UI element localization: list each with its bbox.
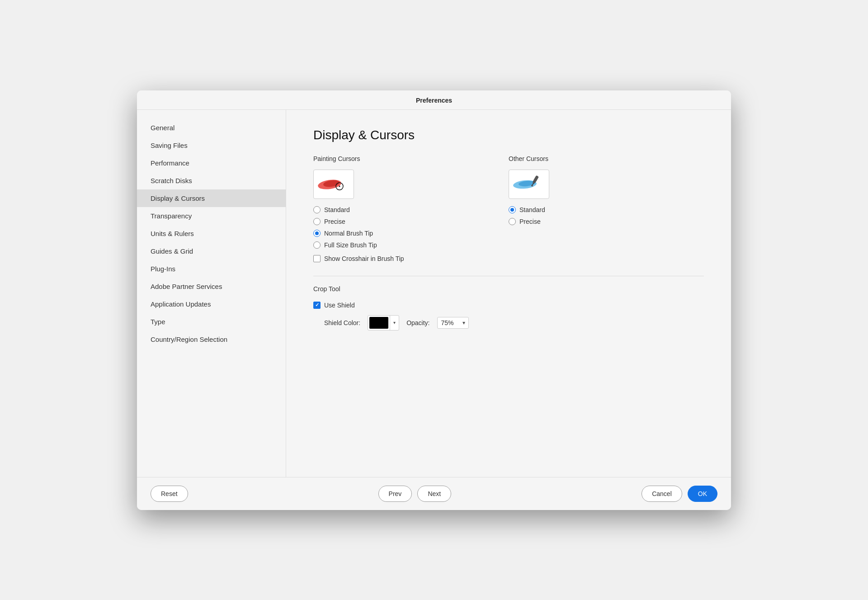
radio-circle-other-standard — [509, 206, 516, 213]
shield-color-label: Shield Color: — [324, 319, 360, 326]
title-bar: Preferences — [137, 90, 731, 110]
main-content: Display & Cursors Painting Cursors — [286, 110, 731, 477]
checkbox-crosshair-box — [313, 255, 321, 262]
radio-normal-brush-tip-label: Normal Brush Tip — [324, 230, 373, 237]
opacity-select[interactable]: 25% 50% 75% 100% — [437, 317, 469, 329]
radio-precise[interactable]: Precise — [313, 218, 509, 225]
sidebar-item-application-updates[interactable]: Application Updates — [137, 295, 286, 313]
radio-circle-other-precise — [509, 218, 516, 225]
reset-button[interactable]: Reset — [151, 486, 188, 502]
painting-cursors-options: Standard Precise Normal Brush Tip F — [313, 206, 509, 262]
opacity-label: Opacity: — [406, 319, 429, 326]
radio-other-precise[interactable]: Precise — [509, 218, 704, 225]
opacity-select-wrapper: 25% 50% 75% 100% — [437, 317, 469, 329]
radio-other-standard[interactable]: Standard — [509, 206, 704, 213]
painting-cursor-preview — [313, 170, 354, 199]
dialog-body: GeneralSaving FilesPerformanceScratch Di… — [137, 110, 731, 477]
sidebar-item-saving-files[interactable]: Saving Files — [137, 137, 286, 154]
sidebar-item-adobe-partner-services[interactable]: Adobe Partner Services — [137, 278, 286, 295]
footer-center: Prev Next — [378, 486, 452, 502]
sidebar-item-units-rulers[interactable]: Units & Rulers — [137, 225, 286, 242]
footer: Reset Prev Next Cancel OK — [137, 477, 731, 510]
painting-cursors-label: Painting Cursors — [313, 155, 509, 162]
checkbox-crosshair-label: Show Crosshair in Brush Tip — [324, 255, 404, 262]
chevron-down-icon: ▾ — [390, 316, 399, 330]
cancel-button[interactable]: Cancel — [642, 486, 682, 502]
radio-full-size-brush-tip-label: Full Size Brush Tip — [324, 241, 377, 249]
footer-left: Reset — [151, 486, 188, 502]
radio-precise-label: Precise — [324, 218, 345, 225]
footer-right: Cancel OK — [642, 486, 717, 502]
crop-tool-section: Crop Tool Use Shield Shield Color: ▾ Opa… — [313, 276, 704, 331]
shield-color-picker[interactable]: ▾ — [368, 315, 399, 331]
radio-circle-normal-brush-tip — [313, 230, 321, 237]
sidebar: GeneralSaving FilesPerformanceScratch Di… — [137, 110, 286, 477]
radio-other-precise-label: Precise — [519, 218, 541, 225]
radio-circle-precise — [313, 218, 321, 225]
prev-button[interactable]: Prev — [378, 486, 412, 502]
sidebar-item-general[interactable]: General — [137, 119, 286, 137]
page-title: Display & Cursors — [313, 128, 704, 142]
other-cursors-label: Other Cursors — [509, 155, 704, 162]
next-button[interactable]: Next — [417, 486, 451, 502]
radio-circle-full-size-brush-tip — [313, 241, 321, 249]
use-shield-row: Use Shield — [313, 300, 704, 309]
sidebar-item-display-cursors[interactable]: Display & Cursors — [137, 189, 286, 207]
radio-standard[interactable]: Standard — [313, 206, 509, 213]
radio-standard-label: Standard — [324, 206, 350, 213]
preferences-dialog: Preferences GeneralSaving FilesPerforman… — [137, 90, 731, 510]
radio-circle-standard — [313, 206, 321, 213]
painting-cursors-section: Painting Cursors — [313, 155, 509, 262]
checkbox-use-shield-box — [313, 302, 321, 309]
sidebar-item-guides-grid[interactable]: Guides & Grid — [137, 242, 286, 260]
checkbox-use-shield-label: Use Shield — [324, 302, 355, 309]
radio-normal-brush-tip[interactable]: Normal Brush Tip — [313, 230, 509, 237]
painting-cursor-svg — [316, 173, 351, 195]
other-cursors-options: Standard Precise — [509, 206, 704, 225]
radio-full-size-brush-tip[interactable]: Full Size Brush Tip — [313, 241, 509, 249]
sidebar-item-performance[interactable]: Performance — [137, 154, 286, 172]
checkbox-crosshair[interactable]: Show Crosshair in Brush Tip — [313, 255, 509, 262]
svg-point-3 — [339, 186, 340, 187]
sidebar-item-type[interactable]: Type — [137, 313, 286, 331]
other-cursor-preview — [509, 170, 549, 199]
svg-rect-6 — [533, 175, 538, 182]
sidebar-item-scratch-disks[interactable]: Scratch Disks — [137, 172, 286, 189]
sidebar-item-plug-ins[interactable]: Plug-Ins — [137, 260, 286, 278]
other-cursors-section: Other Cursors — [509, 155, 704, 262]
crop-tool-label: Crop Tool — [313, 276, 704, 293]
cursors-row: Painting Cursors — [313, 155, 704, 262]
shield-color-swatch — [369, 317, 388, 329]
sidebar-item-country-region[interactable]: Country/Region Selection — [137, 331, 286, 348]
sidebar-item-transparency[interactable]: Transparency — [137, 207, 286, 225]
dialog-title: Preferences — [416, 97, 452, 104]
ok-button[interactable]: OK — [688, 486, 717, 502]
radio-other-standard-label: Standard — [519, 206, 545, 213]
shield-color-opacity-row: Shield Color: ▾ Opacity: 25% 50% 75% 100… — [313, 315, 704, 331]
other-cursor-svg — [511, 173, 547, 195]
checkbox-use-shield[interactable]: Use Shield — [313, 302, 355, 309]
